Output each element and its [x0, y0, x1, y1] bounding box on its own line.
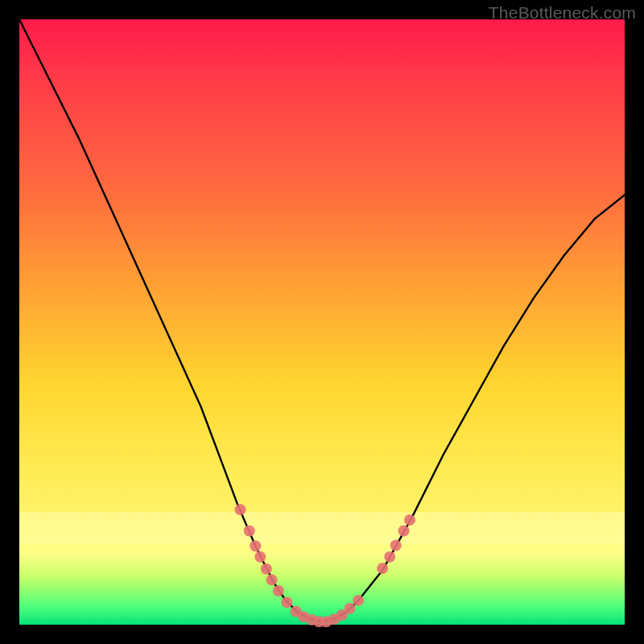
curve-marker [353, 595, 364, 606]
curve-marker [234, 504, 246, 515]
curve-marker [384, 551, 395, 563]
curve-marker [261, 564, 272, 575]
curve-marker [281, 597, 292, 608]
chart-frame: TheBottleneck.com [0, 0, 644, 644]
curve-marker [398, 525, 410, 536]
curve-marker [377, 563, 388, 574]
curve-markers [234, 504, 415, 627]
watermark-text: TheBottleneck.com [489, 3, 636, 23]
curve-marker [250, 540, 261, 551]
curve-marker [390, 539, 402, 551]
curve-marker [244, 525, 255, 536]
chart-plot-area [19, 19, 625, 625]
curve-marker [266, 574, 278, 585]
chart-svg [19, 19, 625, 625]
curve-marker [404, 514, 415, 526]
curve-marker [254, 551, 266, 563]
curve-line [19, 19, 625, 621]
curve-marker [345, 603, 356, 614]
curve-marker [273, 585, 284, 597]
